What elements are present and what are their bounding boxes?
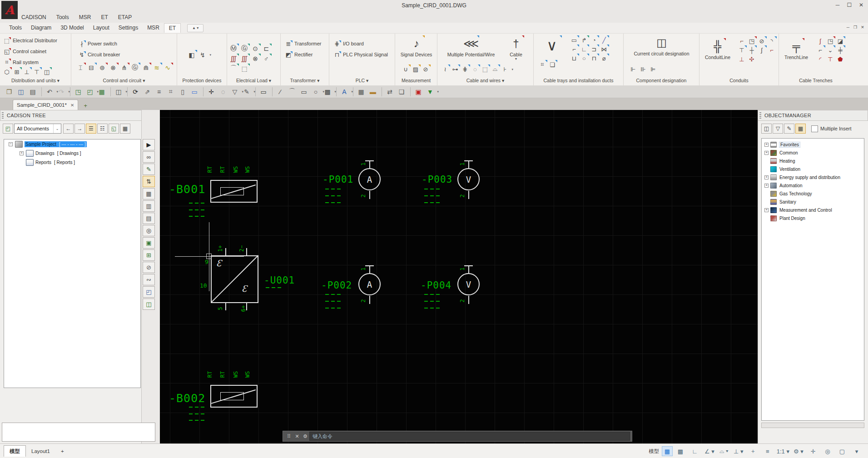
- electrical-distributor-button[interactable]: ⬚ Electrical Distributor: [3, 35, 57, 46]
- command-line-bar[interactable]: ⠿ ✕ ⚙ 键入命令: [283, 431, 632, 442]
- antenna-icon[interactable]: ⌒: [228, 64, 239, 74]
- drawing-canvas[interactable]: -B001 RT RT WS WS -P001 1 2 A -P003 1 2 …: [160, 110, 758, 443]
- table-button[interactable]: ▦: [356, 87, 367, 97]
- cable-button[interactable]: † Cable ▾: [505, 35, 527, 61]
- save-button[interactable]: ◫: [15, 87, 26, 97]
- panel-grip-icon[interactable]: [759, 112, 761, 119]
- menu-item[interactable]: Tools: [56, 14, 69, 20]
- trench-wedge-icon[interactable]: ◪: [835, 36, 845, 45]
- object-manager-scrollbar[interactable]: [761, 423, 864, 428]
- designation-cable-icon[interactable]: ⊫: [648, 65, 658, 74]
- ribbon-group-label[interactable]: PLC ▾: [329, 78, 395, 85]
- pole-switch-icon[interactable]: ⋔: [119, 63, 129, 73]
- expand-icon[interactable]: +: [764, 208, 769, 212]
- text-button[interactable]: A: [339, 87, 350, 97]
- export-table-button[interactable]: ◰: [143, 286, 155, 298]
- document-tab[interactable]: Sample_CIRD_0001* ✕: [13, 100, 78, 110]
- redo-button[interactable]: ↷: [56, 87, 67, 97]
- align-button[interactable]: ≡: [154, 87, 164, 97]
- trench-stop-icon[interactable]: ⬟: [835, 55, 845, 64]
- tree-item-ventilation[interactable]: Ventilation: [762, 165, 864, 173]
- green-filter-button[interactable]: ▼: [425, 87, 436, 97]
- new-document-button[interactable]: ◰: [3, 124, 13, 134]
- toolbar-separator[interactable]: [255, 87, 256, 96]
- lamp-icon[interactable]: ⊗: [250, 54, 261, 64]
- duct-gate-icon[interactable]: ⊓: [589, 54, 599, 63]
- table-n-button[interactable]: ▥: [143, 200, 155, 212]
- tree-item-reports[interactable]: Reports [ Reports ]: [35, 160, 75, 165]
- export-button[interactable]: ⇗: [142, 87, 153, 97]
- voltmeter-symbol-p004[interactable]: V: [457, 273, 480, 295]
- send-button[interactable]: ⇄: [384, 87, 395, 97]
- multiple-insert-checkbox[interactable]: [811, 125, 818, 132]
- isolate-objects[interactable]: ◎: [821, 446, 834, 456]
- ribbon-collapse-button[interactable]: ▲ ▾: [187, 24, 203, 32]
- motor-switch-icon[interactable]: ⊚: [97, 63, 108, 73]
- om-edit-button[interactable]: ✎: [784, 124, 794, 134]
- tree-item-favorites[interactable]: + Favorites: [762, 140, 864, 149]
- toolbar-separator[interactable]: [41, 87, 42, 96]
- heater-coil-icon[interactable]: ∭: [239, 54, 250, 64]
- document-filter-select[interactable]: All Documents ⌄: [14, 124, 61, 134]
- conduit-box-icon[interactable]: ◳: [747, 36, 757, 45]
- grid-toggle[interactable]: ▦: [662, 446, 673, 456]
- toolbar-separator[interactable]: [336, 87, 337, 96]
- undo-button[interactable]: ↶: [44, 87, 55, 97]
- busbar-icon[interactable]: ≋: [151, 63, 162, 73]
- cadison-tree-header[interactable]: CADISON TREE: [0, 110, 142, 121]
- load-frame-icon[interactable]: ⬚: [239, 64, 250, 74]
- menu-diagram[interactable]: Diagram: [26, 23, 56, 33]
- expand-icon[interactable]: +: [20, 151, 24, 155]
- monitor-button[interactable]: ▭: [258, 87, 269, 97]
- conduit-cross-icon[interactable]: ┼: [747, 45, 757, 55]
- designation-device-icon[interactable]: ⊩: [628, 65, 638, 74]
- edit-attributes-button[interactable]: ✎: [143, 164, 155, 175]
- table-view-button[interactable]: ▦: [120, 124, 130, 134]
- trench-drop-icon[interactable]: ⌄: [825, 45, 835, 55]
- duct-transition-icon[interactable]: ⋈: [599, 45, 609, 54]
- table-add-button[interactable]: ▤: [143, 213, 155, 224]
- menu-item[interactable]: ETAP: [118, 14, 132, 20]
- conduit-pipe-icon[interactable]: ⊘: [757, 36, 767, 45]
- device-tag-p004[interactable]: -P004: [421, 280, 451, 291]
- insert-block-button[interactable]: ⊞: [143, 249, 155, 261]
- toolbar-separator[interactable]: [382, 87, 382, 96]
- motor-icon[interactable]: Ⓜ: [228, 44, 239, 54]
- conduit-fitting-icon[interactable]: ⊥: [737, 55, 747, 64]
- device-tag-p003[interactable]: -P003: [422, 174, 452, 185]
- copy-docs-button[interactable]: ❏: [396, 87, 407, 97]
- lasso-button[interactable]: ◌: [218, 87, 228, 97]
- lineweight-toggle[interactable]: ≡: [761, 446, 774, 456]
- menu-et[interactable]: ET: [164, 23, 181, 33]
- circle-button[interactable]: ○: [310, 87, 321, 97]
- device-tag-b002[interactable]: -B002: [169, 392, 205, 405]
- panel-view-button[interactable]: ◫: [113, 87, 124, 97]
- tree-item-sample-project[interactable]: Sample Project [ --- - --- - --- ]: [25, 141, 87, 147]
- ribbon-group-label[interactable]: Cable and wires ▾: [437, 78, 533, 85]
- wires-icon[interactable]: ∿: [162, 63, 173, 73]
- customize-icon[interactable]: ⚙: [301, 433, 309, 439]
- duct-riser-icon[interactable]: ↱: [579, 35, 589, 45]
- autocad-logo-icon[interactable]: A: [1, 1, 18, 19]
- duct-slope-icon[interactable]: ╱: [599, 35, 609, 45]
- power-switch-button[interactable]: ∤ Power switch: [78, 38, 120, 49]
- snap-toggle[interactable]: ▩: [674, 446, 687, 456]
- ribbon-group-label[interactable]: Distribution and units ▾: [0, 78, 71, 85]
- forward-button[interactable]: →: [74, 124, 85, 134]
- signal-frame-icon[interactable]: ▨: [411, 65, 421, 74]
- wire-loop-icon[interactable]: ◌: [470, 65, 480, 74]
- link-objects-button[interactable]: ∾: [143, 274, 155, 285]
- cabinet-frame-icon[interactable]: ⊞: [12, 67, 22, 76]
- dynamic-input-toggle[interactable]: ＋: [746, 446, 760, 456]
- close-icon[interactable]: ✕: [293, 433, 301, 439]
- menu-item[interactable]: MSR: [79, 14, 91, 20]
- io-board-button[interactable]: ⋕ I/O board: [333, 38, 388, 49]
- refresh-button[interactable]: ⟳: [130, 87, 141, 97]
- model-tab[interactable]: 模型: [4, 445, 26, 457]
- rectangle-button[interactable]: ▭: [298, 87, 309, 97]
- conduit-end-icon[interactable]: ⌐: [767, 45, 777, 55]
- duct-elbow-icon[interactable]: ⌐: [569, 45, 579, 54]
- coil-icon[interactable]: ∭: [228, 54, 239, 64]
- duct-tee-icon[interactable]: ⊐: [589, 45, 599, 54]
- duct-ring-icon[interactable]: ○: [579, 54, 589, 63]
